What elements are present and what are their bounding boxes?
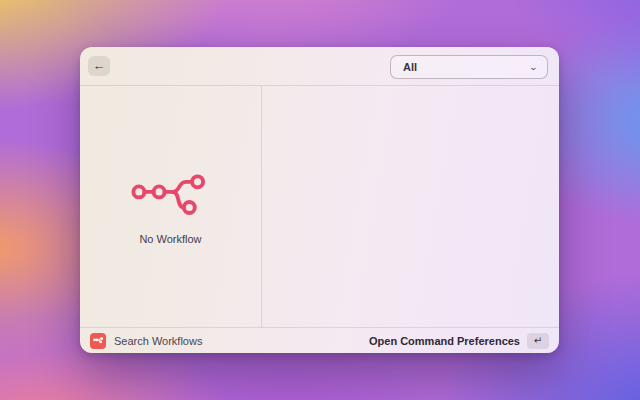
command-palette-window: ← All ⌄ <box>80 47 559 353</box>
primary-action-label: Open Command Preferences <box>369 335 520 347</box>
workflow-mini-icon <box>93 337 104 344</box>
back-button[interactable]: ← <box>88 56 110 76</box>
workflow-icon <box>127 169 215 224</box>
return-key-icon: ↵ <box>527 333 549 349</box>
filter-dropdown-value: All <box>403 61 417 73</box>
detail-panel <box>262 86 559 327</box>
chevron-down-icon: ⌄ <box>529 63 538 71</box>
window-footer: Search Workflows Open Command Preference… <box>80 327 559 353</box>
filter-dropdown[interactable]: All ⌄ <box>390 55 548 79</box>
window-header: ← All ⌄ <box>80 47 559 86</box>
window-content: No Workflow <box>80 86 559 327</box>
desktop-background: ← All ⌄ <box>0 0 640 400</box>
open-command-preferences-button[interactable]: Open Command Preferences ↵ <box>369 333 549 349</box>
workflow-app-icon <box>90 333 106 349</box>
command-name-label: Search Workflows <box>114 335 202 347</box>
workflow-list-panel: No Workflow <box>80 86 262 327</box>
empty-state-label: No Workflow <box>139 233 201 245</box>
back-arrow-icon: ← <box>93 58 106 73</box>
